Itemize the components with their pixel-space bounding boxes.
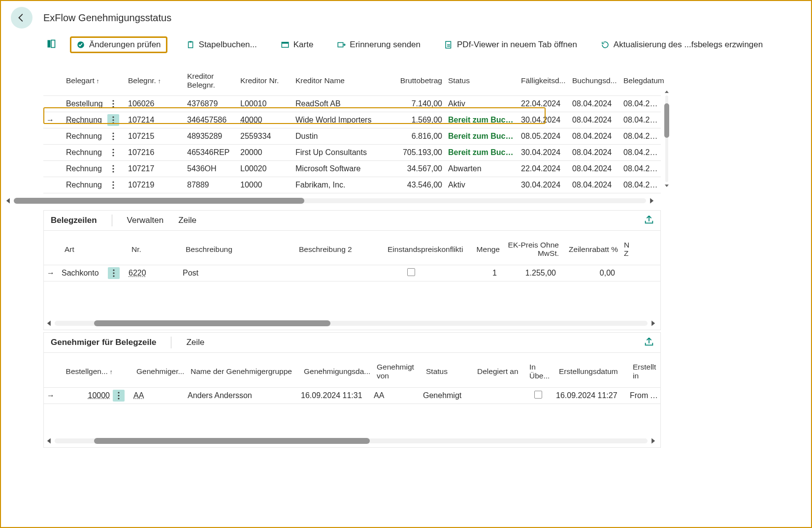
documents-vertical-scrollbar[interactable]	[663, 90, 671, 188]
cell-belegart[interactable]: Rechnung	[63, 163, 107, 174]
cell-kreditor-belegnr[interactable]: 4376879	[184, 98, 237, 109]
cell-art[interactable]: Sachkonto	[59, 268, 108, 279]
cell-approval-date[interactable]: 16.09.2024 11:31	[298, 390, 371, 401]
table-row[interactable]: Bestellung 106026 4376879 L00010 ReadSof…	[43, 96, 661, 112]
col-konflikt[interactable]: Einstandspreiskonflikti	[385, 243, 444, 256]
cell-kreditor-nr[interactable]: 2559334	[237, 131, 292, 142]
cell-belegnr[interactable]: 106026	[125, 98, 184, 109]
cell-kreditor-name[interactable]: First Up Consultants	[292, 147, 393, 158]
cell-belegart[interactable]: Rechnung	[63, 147, 107, 158]
col-delegated[interactable]: Delegiert an	[474, 365, 526, 378]
toolbar-verify-changes[interactable]: Änderungen prüfen	[70, 36, 167, 53]
back-button[interactable]	[11, 7, 32, 29]
cell-created[interactable]: 16.09.2024 11:27	[553, 390, 627, 401]
cell-belegart[interactable]: Bestellung	[63, 98, 107, 109]
approvers-horizontal-scrollbar[interactable]	[46, 436, 656, 445]
cell-status[interactable]: Abwarten	[445, 163, 518, 174]
cell-faelligkeit[interactable]: 22.04.2024	[518, 163, 569, 174]
share-icon[interactable]	[644, 337, 654, 347]
cell-approver[interactable]: AA	[130, 390, 185, 401]
row-actions-menu[interactable]	[107, 179, 119, 191]
table-row[interactable]: Rechnung 107216 465346REP 20000 First Up…	[43, 145, 661, 161]
col-order[interactable]: Bestellgen...	[62, 365, 116, 378]
cell-faelligkeit[interactable]: 22.04.2024	[518, 98, 569, 109]
table-row[interactable]: → Sachkonto 6220 Post 1 1.255,00 0,00	[44, 265, 660, 281]
cell-faelligkeit[interactable]: 30.04.2024	[518, 115, 569, 125]
cell-belegdatum[interactable]: 08.04.2024	[620, 147, 665, 158]
cell-beschreibung[interactable]: Post	[180, 268, 293, 279]
table-row[interactable]: → 10000 AA Anders Andersson 16.09.2024 1…	[44, 388, 660, 404]
cell-status[interactable]: Aktiv	[445, 180, 518, 190]
cell-brutto[interactable]: 7.140,00	[393, 98, 445, 109]
cell-belegnr[interactable]: 107219	[125, 180, 184, 190]
col-created-in[interactable]: Erstellt in	[630, 361, 664, 382]
cell-buchungsdatum[interactable]: 08.04.2024	[569, 147, 620, 158]
cell-kreditor-belegnr[interactable]: 87889	[184, 180, 237, 190]
cell-nr[interactable]: 6220	[126, 268, 180, 279]
cell-brutto[interactable]: 6.816,00	[393, 131, 445, 142]
col-belegdatum[interactable]: Belegdatum	[620, 74, 665, 87]
cell-order[interactable]: 10000	[59, 390, 113, 401]
col-approved-by[interactable]: Genehmigtvon	[374, 361, 423, 382]
col-override[interactable]: InÜbe...	[526, 361, 556, 382]
toolbar-card[interactable]: Karte	[276, 37, 319, 53]
cell-belegdatum[interactable]: 08.04.2024	[620, 98, 665, 109]
cell-kreditor-nr[interactable]: 40000	[237, 115, 292, 125]
cell-status[interactable]: Aktiv	[445, 98, 518, 109]
cell-kreditor-name[interactable]: Fabrikam, Inc.	[292, 180, 393, 190]
toolbar-batch-post[interactable]: Stapelbuchen...	[181, 37, 262, 53]
cell-status[interactable]: Bereit zum Buch...	[445, 115, 518, 125]
lines-tab-line[interactable]: Zeile	[178, 216, 196, 225]
col-ek-preis[interactable]: EK-Preis OhneMwSt.	[503, 239, 562, 260]
cell-kreditor-belegnr[interactable]: 48935289	[184, 131, 237, 142]
cell-brutto[interactable]: 705.193,00	[393, 147, 445, 158]
col-beschreibung[interactable]: Beschreibung	[183, 243, 296, 256]
cell-belegdatum[interactable]: 08.04.2024	[620, 115, 665, 125]
table-row[interactable]: Rechnung 107217 5436OH L00020 Microsoft …	[43, 161, 661, 177]
col-group-name[interactable]: Name der Genehmigergruppe	[188, 365, 301, 378]
cell-buchungsdatum[interactable]: 08.04.2024	[569, 163, 620, 174]
cell-belegdatum[interactable]: 08.04.2024	[620, 131, 665, 142]
cell-status[interactable]: Bereit zum Buch...	[445, 131, 518, 142]
col-kreditor-nr[interactable]: Kreditor Nr.	[237, 74, 292, 87]
cell-faelligkeit[interactable]: 30.04.2024	[518, 180, 569, 190]
row-actions-menu[interactable]	[107, 163, 119, 175]
cell-delegated[interactable]	[471, 395, 523, 397]
col-rabatt[interactable]: Zeilenrabatt %	[562, 243, 621, 256]
cell-kreditor-nr[interactable]: L00020	[237, 163, 292, 174]
cell-last[interactable]	[618, 272, 652, 274]
cell-belegdatum[interactable]: 08.04.2024	[620, 180, 665, 190]
row-actions-menu[interactable]	[108, 267, 120, 279]
cell-kreditor-name[interactable]: Dustin	[292, 131, 393, 142]
cell-konflikt[interactable]	[382, 267, 441, 279]
row-actions-menu[interactable]	[107, 147, 119, 158]
cell-created-in[interactable]: From Ap	[627, 390, 661, 401]
cell-status[interactable]: Bereit zum Buch...	[445, 147, 518, 158]
row-actions-menu[interactable]	[113, 390, 125, 402]
cell-belegnr[interactable]: 107215	[125, 131, 184, 142]
lines-tab-manage[interactable]: Verwalten	[127, 216, 164, 225]
cell-kreditor-belegnr[interactable]: 465346REP	[184, 147, 237, 158]
col-belegart[interactable]: Belegart	[63, 74, 107, 87]
col-kreditor-belegnr[interactable]: Kreditor Belegnr.	[184, 70, 237, 92]
col-status[interactable]: Status	[445, 74, 518, 87]
share-icon[interactable]	[644, 215, 654, 225]
row-actions-menu[interactable]	[107, 130, 119, 142]
cell-belegdatum[interactable]: 08.04.2024	[620, 163, 665, 174]
cell-kreditor-name[interactable]: Microsoft Software	[292, 163, 393, 174]
row-actions-menu[interactable]	[107, 98, 119, 110]
cell-belegnr[interactable]: 107217	[125, 163, 184, 174]
cell-beschreibung2[interactable]	[293, 272, 382, 274]
lines-horizontal-scrollbar[interactable]	[46, 319, 656, 328]
col-status[interactable]: Status	[423, 365, 474, 378]
col-nr[interactable]: Nr.	[129, 243, 183, 256]
cell-kreditor-belegnr[interactable]: 346457586	[184, 115, 237, 125]
col-kreditor-name[interactable]: Kreditor Name	[292, 74, 393, 87]
row-actions-menu[interactable]	[107, 114, 119, 126]
cell-faelligkeit[interactable]: 30.04.2024	[518, 147, 569, 158]
cell-status[interactable]: Genehmigt	[420, 390, 471, 401]
col-last[interactable]: N Z	[621, 239, 655, 260]
checkbox-icon[interactable]	[407, 268, 415, 276]
documents-horizontal-scrollbar[interactable]	[5, 196, 655, 205]
cell-belegart[interactable]: Rechnung	[63, 180, 107, 190]
